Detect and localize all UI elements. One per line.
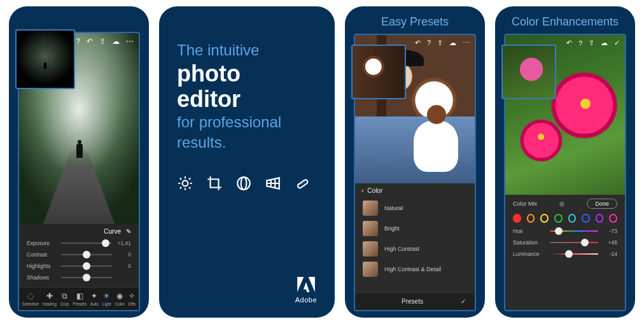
swatch-yellow[interactable] — [540, 214, 549, 223]
help-icon[interactable]: ? — [427, 39, 431, 47]
svg-point-13 — [302, 183, 302, 184]
slider-value: -14 — [602, 251, 617, 257]
tool-healing[interactable]: ✚Healing — [43, 292, 57, 306]
panel-marketing: The intuitive photo editor for professio… — [159, 6, 335, 318]
tool-selective[interactable]: ◌Selective — [22, 292, 39, 306]
swatch-aqua[interactable] — [568, 214, 577, 223]
done-button[interactable]: Done — [587, 199, 617, 209]
slider-knob[interactable] — [83, 251, 90, 258]
slider-knob[interactable] — [102, 239, 109, 247]
adobe-logo-icon — [297, 277, 315, 292]
editor-top-icons: ↶ ? ⇪ ☁ ⋯ — [415, 39, 470, 47]
headline-line-1: The intuitive — [177, 41, 317, 60]
chevron-left-icon[interactable]: ‹ — [361, 187, 363, 194]
presets-section-label: Color — [367, 187, 382, 194]
swatch-magenta[interactable] — [609, 214, 617, 223]
preset-item[interactable]: High Contrast & Detail — [355, 259, 475, 279]
light-sliders-panel: Curve ✎ Exposure +1.41 Contrast 0 Highli… — [19, 224, 139, 287]
preset-item[interactable]: High Contrast — [355, 239, 475, 259]
svg-line-5 — [180, 178, 181, 180]
slider-knob[interactable] — [83, 274, 90, 281]
preset-thumb — [363, 262, 378, 277]
swatch-red[interactable] — [513, 214, 521, 223]
photo-figure — [76, 144, 83, 158]
svg-line-7 — [180, 187, 181, 188]
tool-auto[interactable]: ✦Auto — [90, 292, 99, 306]
tool-effects[interactable]: ✧Effe — [129, 292, 136, 306]
headline-line-2: photo — [177, 61, 317, 87]
panel-light-editor: ? ↶ ⇪ ☁ ⋯ Curve ✎ Exposure +1.41 Contras… — [9, 6, 149, 318]
slider-shadows[interactable]: Shadows — [27, 274, 131, 281]
editor-top-icons: ? ↶ ⇪ ☁ ⋯ — [76, 37, 134, 46]
swatch-blue[interactable] — [582, 214, 590, 223]
check-icon[interactable]: ✓ — [461, 298, 466, 305]
more-icon[interactable]: ⋯ — [126, 37, 134, 46]
swatch-green[interactable] — [554, 214, 563, 223]
slider-knob[interactable] — [581, 239, 589, 246]
undo-icon[interactable]: ↶ — [87, 37, 93, 46]
tool-color[interactable]: ◉Color — [115, 292, 125, 306]
cloud-icon[interactable]: ☁ — [112, 37, 120, 46]
photo-dog — [414, 121, 458, 172]
brand-name: Adobe — [295, 296, 317, 304]
slider-value: 0 — [116, 263, 131, 269]
cloud-icon[interactable]: ☁ — [601, 39, 608, 47]
grid-icon — [265, 175, 281, 192]
headline-line-4: for professional — [177, 113, 317, 132]
thumb-figure — [44, 62, 46, 69]
presets-section-header[interactable]: ‹ Color — [355, 183, 475, 198]
preset-item[interactable]: Bright — [355, 218, 475, 239]
slider-contrast[interactable]: Contrast 0 — [27, 251, 131, 258]
slider-knob[interactable] — [565, 250, 573, 258]
edit-pencil-icon[interactable]: ✎ — [126, 228, 131, 235]
slider-knob[interactable] — [83, 262, 90, 270]
headline-line-3: editor — [177, 87, 317, 112]
original-thumbnail[interactable] — [501, 45, 556, 99]
swatch-purple[interactable] — [596, 214, 604, 223]
tool-presets[interactable]: ◧Presets — [73, 292, 87, 306]
help-icon[interactable]: ? — [578, 39, 582, 47]
slider-highlights[interactable]: Highlights 0 — [27, 263, 131, 269]
slider-label: Shadows — [27, 274, 57, 281]
slider-saturation[interactable]: Saturation +45 — [513, 239, 617, 246]
slider-knob[interactable] — [555, 227, 563, 235]
svg-point-14 — [304, 181, 305, 182]
slider-value: 0 — [116, 251, 131, 258]
slider-luminance[interactable]: Luminance -14 — [513, 251, 617, 257]
preset-item[interactable]: Natural — [355, 198, 475, 218]
brightness-icon — [177, 175, 193, 192]
slider-exposure[interactable]: Exposure +1.41 — [27, 240, 131, 246]
feature-icons-row — [177, 175, 317, 192]
preset-label: High Contrast & Detail — [384, 266, 441, 272]
share-icon[interactable]: ⇪ — [437, 39, 443, 47]
slider-label: Contrast — [27, 251, 57, 258]
cloud-icon[interactable]: ☁ — [449, 39, 456, 47]
editor-top-icons: ↶ ? ⇪ ☁ ✓ — [566, 39, 620, 47]
slider-hue[interactable]: Hue -73 — [513, 228, 617, 234]
undo-icon[interactable]: ↶ — [415, 39, 421, 47]
bottom-toolbar: ◌Selective ✚Healing ⧉Crop ◧Presets ✦Auto… — [19, 287, 139, 310]
share-icon[interactable]: ⇪ — [99, 37, 106, 46]
crop-icon — [206, 175, 223, 192]
tool-crop[interactable]: ⧉Crop — [60, 292, 69, 306]
preset-label: Natural — [384, 205, 403, 211]
flower-center — [580, 99, 591, 109]
curve-mode-label[interactable]: Curve — [104, 228, 121, 235]
tool-light[interactable]: ☀Light — [102, 292, 111, 306]
original-thumbnail[interactable] — [351, 45, 406, 99]
target-icon[interactable]: ◎ — [559, 201, 564, 207]
check-icon[interactable]: ✓ — [614, 39, 620, 47]
preset-thumb — [363, 221, 378, 236]
undo-icon[interactable]: ↶ — [566, 39, 572, 47]
photo-road — [43, 148, 115, 224]
help-icon[interactable]: ? — [76, 37, 80, 46]
swatch-orange[interactable] — [527, 214, 535, 223]
presets-footer-label[interactable]: Presets — [402, 298, 423, 305]
slider-label: Luminance — [513, 251, 546, 257]
share-icon[interactable]: ⇪ — [589, 39, 594, 47]
svg-point-0 — [183, 181, 188, 187]
slider-value: +1.41 — [116, 240, 131, 246]
original-thumbnail[interactable] — [15, 29, 75, 89]
more-icon[interactable]: ⋯ — [463, 39, 470, 47]
slider-label: Highlights — [27, 263, 57, 269]
